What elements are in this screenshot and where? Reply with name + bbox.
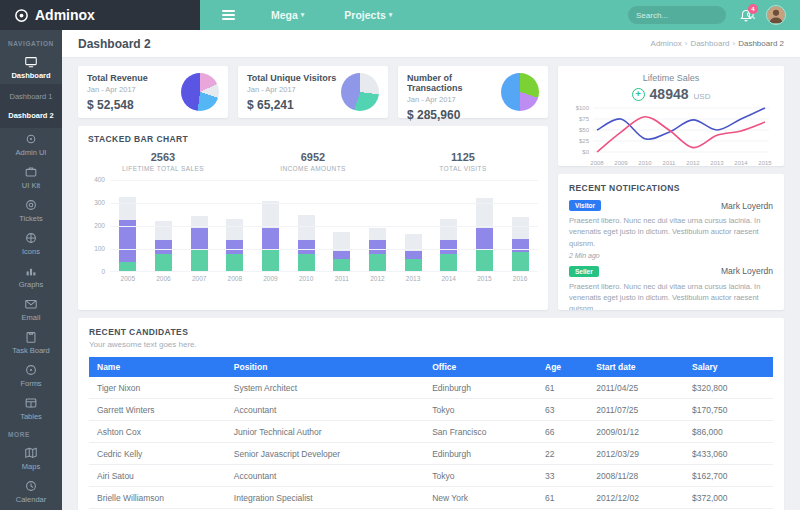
table-row: Garrett WintersAccountantTokyo632011/07/… xyxy=(89,399,773,421)
column-header-office[interactable]: Office xyxy=(424,357,537,377)
notification-badge: Seller xyxy=(569,266,599,277)
sidebar-item-icons[interactable]: Icons xyxy=(0,227,62,260)
gridline xyxy=(110,226,538,227)
x-axis-tick-label: 2014 xyxy=(440,275,457,282)
sidebar-item-label: Tables xyxy=(20,412,42,421)
table-cell: 33 xyxy=(537,465,588,487)
stacked-bar[interactable] xyxy=(369,228,386,272)
column-header-age[interactable]: Age xyxy=(537,357,588,377)
sidebar-submenu: Dashboard 1Dashboard 2 xyxy=(0,84,62,128)
map-icon xyxy=(24,446,38,460)
bar-segment-middle xyxy=(191,228,208,249)
x-axis-tick-label: 2015 xyxy=(476,275,493,282)
sidebar-item-dashboard-1[interactable]: Dashboard 1 xyxy=(0,87,62,106)
notification-sender: Mark Loyerdn xyxy=(721,266,773,276)
table-cell: 2012/12/02 xyxy=(588,487,684,509)
bar-segment-middle xyxy=(476,228,493,249)
table-cell: Tokyo xyxy=(424,399,537,421)
stacked-bar[interactable] xyxy=(119,197,136,272)
y-axis-tick-label: 200 xyxy=(94,222,105,229)
stacked-bar[interactable] xyxy=(405,234,422,272)
menu-toggle-icon[interactable] xyxy=(222,10,235,20)
sidebar-item-admin-ui[interactable]: Admin UI xyxy=(0,128,62,161)
stacked-bar[interactable] xyxy=(191,216,208,272)
sidebar-item-label: Maps xyxy=(22,462,40,471)
stacked-bar[interactable] xyxy=(155,221,172,272)
sidebar-item-label: Graphs xyxy=(19,280,44,289)
table-cell: Tokyo xyxy=(424,465,537,487)
bar-chart-icon xyxy=(24,264,38,278)
notifications-bell-icon[interactable]: 4 xyxy=(739,8,753,23)
brand-logo[interactable]: Adminox xyxy=(0,0,200,30)
notification-text: Praesent libero. Nunc nec dui vitae urna… xyxy=(569,215,773,249)
sidebar-item-task-board[interactable]: Task Board xyxy=(0,326,62,359)
bar-chart-x-axis: 2005200620072008200920102011201220132014… xyxy=(110,275,538,282)
target-icon xyxy=(24,363,38,377)
brand-logo-icon xyxy=(14,8,29,23)
table-row: Ashton CoxJunior Technical AuthorSan Fra… xyxy=(89,421,773,443)
search-input[interactable] xyxy=(636,11,746,20)
bar-chart-y-axis: 4003002001000 xyxy=(88,180,110,272)
stacked-bar[interactable] xyxy=(226,219,243,272)
bar-segment-bottom xyxy=(262,249,279,272)
table-cell: Brielle Williamson xyxy=(89,487,226,509)
table-cell: 61 xyxy=(537,377,588,399)
sidebar-item-tables[interactable]: Tables xyxy=(0,392,62,425)
svg-text:$75: $75 xyxy=(579,116,590,122)
sidebar-item-label: Icons xyxy=(22,247,40,256)
stat-card-text: Number of TransactionsJan - Apr 2017$ 28… xyxy=(407,73,501,122)
x-axis-tick-label: 2011 xyxy=(333,275,350,282)
stat-card-title: Total Revenue xyxy=(87,73,148,83)
table-cell: Airi Satou xyxy=(89,465,226,487)
column-header-start-date[interactable]: Start date xyxy=(588,357,684,377)
table-cell: 2009/01/12 xyxy=(588,421,684,443)
sidebar-item-forms[interactable]: Forms xyxy=(0,359,62,392)
sidebar-item-tickets[interactable]: Tickets xyxy=(0,194,62,227)
bar-segment-top xyxy=(119,197,136,220)
svg-text:2013: 2013 xyxy=(710,160,724,166)
bar-segment-bottom xyxy=(512,252,529,272)
table-cell: New York xyxy=(424,487,537,509)
stacked-bar[interactable] xyxy=(440,219,457,272)
stacked-bar[interactable] xyxy=(476,198,493,272)
bar-segment-bottom xyxy=(226,254,243,272)
sidebar-item-dashboard-2[interactable]: Dashboard 2 xyxy=(0,106,62,125)
stacked-bar[interactable] xyxy=(333,232,350,272)
table-cell: $162,700 xyxy=(684,465,773,487)
sidebar-item-calendar[interactable]: Calendar xyxy=(0,475,62,508)
sidebar-item-dashboard[interactable]: Dashboard xyxy=(0,51,62,84)
bar-segment-middle xyxy=(262,228,279,249)
gridline xyxy=(110,249,538,250)
column-header-salary[interactable]: Salary xyxy=(684,357,773,377)
chevron-down-icon: ▾ xyxy=(389,11,393,19)
sidebar-item-maps[interactable]: Maps xyxy=(0,442,62,475)
table-cell: Ashton Cox xyxy=(89,421,226,443)
stacked-bar-chart-title: STACKED BAR CHART xyxy=(88,134,538,144)
stat-card-text: Total Unique VisitorsJan - Apr 2017$ 65,… xyxy=(247,73,336,112)
breadcrumb: Adminox›Dashboard›Dashboard 2 xyxy=(651,39,784,48)
stacked-bar[interactable] xyxy=(298,215,315,272)
pie-chart xyxy=(181,73,219,111)
stacked-bar[interactable] xyxy=(262,201,279,272)
sidebar-item-email[interactable]: Email xyxy=(0,293,62,326)
column-header-name[interactable]: Name xyxy=(89,357,226,377)
table-cell: 22 xyxy=(537,443,588,465)
breadcrumb-item[interactable]: Dashboard xyxy=(690,39,729,48)
breadcrumb-item[interactable]: Adminox xyxy=(651,39,682,48)
notification-item[interactable]: VisitorMark LoyerdnPraesent libero. Nunc… xyxy=(569,200,773,259)
menu-item-projects[interactable]: Projects▾ xyxy=(344,9,392,21)
bar-segment-top xyxy=(262,201,279,229)
column-header-position[interactable]: Position xyxy=(226,357,424,377)
plus-circle-icon: + xyxy=(632,88,645,101)
sidebar-item-ui-kit[interactable]: UI Kit xyxy=(0,161,62,194)
recent-candidates-title: RECENT CANDIDATES xyxy=(89,327,773,337)
gear-icon xyxy=(24,132,38,146)
sidebar-item-label: Email xyxy=(22,313,41,322)
table-cell: San Francisco xyxy=(424,421,537,443)
notification-item[interactable]: SellerMark LoyerdnPraesent libero. Nunc … xyxy=(569,266,773,310)
stat-card-value: $ 285,960 xyxy=(407,108,501,122)
table-cell: 66 xyxy=(537,421,588,443)
menu-item-mega[interactable]: Mega▾ xyxy=(271,9,304,21)
sidebar-item-graphs[interactable]: Graphs xyxy=(0,260,62,293)
user-avatar[interactable] xyxy=(766,5,786,25)
